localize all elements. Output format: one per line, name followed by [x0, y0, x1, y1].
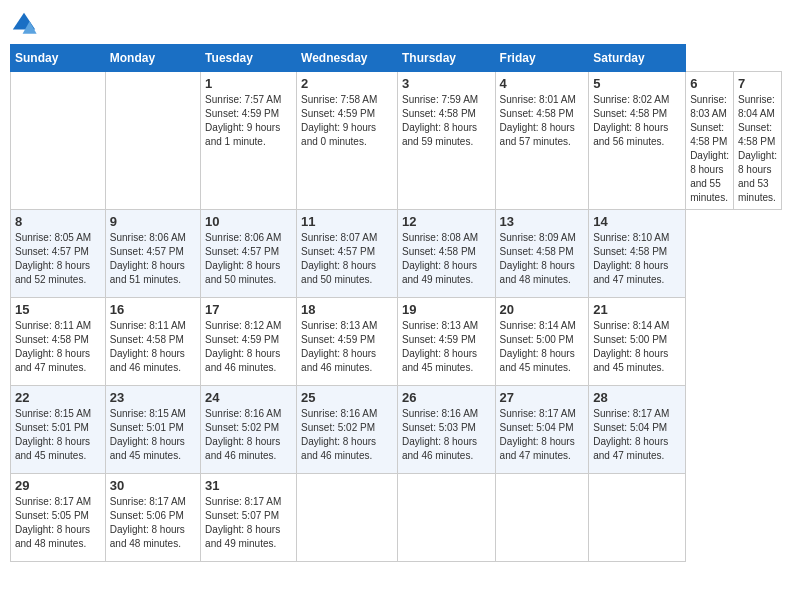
- calendar-day-cell: 10Sunrise: 8:06 AMSunset: 4:57 PMDayligh…: [201, 210, 297, 298]
- day-info: Sunrise: 8:03 AMSunset: 4:58 PMDaylight:…: [690, 93, 729, 205]
- calendar-day-cell: 6Sunrise: 8:03 AMSunset: 4:58 PMDaylight…: [686, 72, 734, 210]
- calendar-table: SundayMondayTuesdayWednesdayThursdayFrid…: [10, 44, 782, 562]
- calendar-day-cell: 5Sunrise: 8:02 AMSunset: 4:58 PMDaylight…: [589, 72, 686, 210]
- day-info: Sunrise: 8:13 AMSunset: 4:59 PMDaylight:…: [301, 319, 393, 375]
- page-header: [10, 10, 782, 38]
- calendar-day-cell: 17Sunrise: 8:12 AMSunset: 4:59 PMDayligh…: [201, 298, 297, 386]
- day-number: 5: [593, 76, 681, 91]
- day-of-week-header: Wednesday: [297, 45, 398, 72]
- day-of-week-header: Thursday: [398, 45, 496, 72]
- calendar-week-row: 22Sunrise: 8:15 AMSunset: 5:01 PMDayligh…: [11, 386, 782, 474]
- calendar-day-cell: 30Sunrise: 8:17 AMSunset: 5:06 PMDayligh…: [105, 474, 200, 562]
- day-info: Sunrise: 8:08 AMSunset: 4:58 PMDaylight:…: [402, 231, 491, 287]
- day-info: Sunrise: 8:04 AMSunset: 4:58 PMDaylight:…: [738, 93, 777, 205]
- day-number: 4: [500, 76, 585, 91]
- day-of-week-header: Tuesday: [201, 45, 297, 72]
- calendar-day-cell: 27Sunrise: 8:17 AMSunset: 5:04 PMDayligh…: [495, 386, 589, 474]
- calendar-day-cell: 31Sunrise: 8:17 AMSunset: 5:07 PMDayligh…: [201, 474, 297, 562]
- calendar-day-cell: 28Sunrise: 8:17 AMSunset: 5:04 PMDayligh…: [589, 386, 686, 474]
- day-info: Sunrise: 8:17 AMSunset: 5:07 PMDaylight:…: [205, 495, 292, 551]
- day-info: Sunrise: 8:06 AMSunset: 4:57 PMDaylight:…: [205, 231, 292, 287]
- day-number: 26: [402, 390, 491, 405]
- day-info: Sunrise: 8:15 AMSunset: 5:01 PMDaylight:…: [15, 407, 101, 463]
- calendar-day-cell: 1Sunrise: 7:57 AMSunset: 4:59 PMDaylight…: [201, 72, 297, 210]
- day-info: Sunrise: 8:12 AMSunset: 4:59 PMDaylight:…: [205, 319, 292, 375]
- calendar-day-cell: 13Sunrise: 8:09 AMSunset: 4:58 PMDayligh…: [495, 210, 589, 298]
- calendar-week-row: 1Sunrise: 7:57 AMSunset: 4:59 PMDaylight…: [11, 72, 782, 210]
- calendar-day-cell: [589, 474, 686, 562]
- calendar-day-cell: 19Sunrise: 8:13 AMSunset: 4:59 PMDayligh…: [398, 298, 496, 386]
- calendar-day-cell: 15Sunrise: 8:11 AMSunset: 4:58 PMDayligh…: [11, 298, 106, 386]
- calendar-day-cell: 4Sunrise: 8:01 AMSunset: 4:58 PMDaylight…: [495, 72, 589, 210]
- calendar-day-cell: 22Sunrise: 8:15 AMSunset: 5:01 PMDayligh…: [11, 386, 106, 474]
- day-number: 24: [205, 390, 292, 405]
- calendar-day-cell: [105, 72, 200, 210]
- day-number: 23: [110, 390, 196, 405]
- day-number: 9: [110, 214, 196, 229]
- day-info: Sunrise: 8:06 AMSunset: 4:57 PMDaylight:…: [110, 231, 196, 287]
- calendar-day-cell: 21Sunrise: 8:14 AMSunset: 5:00 PMDayligh…: [589, 298, 686, 386]
- day-number: 1: [205, 76, 292, 91]
- day-number: 21: [593, 302, 681, 317]
- day-number: 16: [110, 302, 196, 317]
- day-number: 28: [593, 390, 681, 405]
- calendar-day-cell: [297, 474, 398, 562]
- day-info: Sunrise: 8:17 AMSunset: 5:06 PMDaylight:…: [110, 495, 196, 551]
- day-info: Sunrise: 7:59 AMSunset: 4:58 PMDaylight:…: [402, 93, 491, 149]
- day-number: 6: [690, 76, 729, 91]
- day-number: 10: [205, 214, 292, 229]
- calendar-day-cell: 2Sunrise: 7:58 AMSunset: 4:59 PMDaylight…: [297, 72, 398, 210]
- day-number: 7: [738, 76, 777, 91]
- day-info: Sunrise: 8:17 AMSunset: 5:05 PMDaylight:…: [15, 495, 101, 551]
- calendar-week-row: 15Sunrise: 8:11 AMSunset: 4:58 PMDayligh…: [11, 298, 782, 386]
- day-number: 29: [15, 478, 101, 493]
- calendar-day-cell: 23Sunrise: 8:15 AMSunset: 5:01 PMDayligh…: [105, 386, 200, 474]
- calendar-week-row: 29Sunrise: 8:17 AMSunset: 5:05 PMDayligh…: [11, 474, 782, 562]
- day-info: Sunrise: 7:58 AMSunset: 4:59 PMDaylight:…: [301, 93, 393, 149]
- calendar-day-cell: 7Sunrise: 8:04 AMSunset: 4:58 PMDaylight…: [734, 72, 782, 210]
- day-number: 27: [500, 390, 585, 405]
- day-info: Sunrise: 8:07 AMSunset: 4:57 PMDaylight:…: [301, 231, 393, 287]
- day-number: 12: [402, 214, 491, 229]
- day-info: Sunrise: 8:16 AMSunset: 5:02 PMDaylight:…: [301, 407, 393, 463]
- calendar-day-cell: 20Sunrise: 8:14 AMSunset: 5:00 PMDayligh…: [495, 298, 589, 386]
- day-number: 20: [500, 302, 585, 317]
- day-number: 11: [301, 214, 393, 229]
- day-of-week-header: Monday: [105, 45, 200, 72]
- day-number: 3: [402, 76, 491, 91]
- calendar-week-row: 8Sunrise: 8:05 AMSunset: 4:57 PMDaylight…: [11, 210, 782, 298]
- day-number: 30: [110, 478, 196, 493]
- day-info: Sunrise: 8:13 AMSunset: 4:59 PMDaylight:…: [402, 319, 491, 375]
- calendar-day-cell: 18Sunrise: 8:13 AMSunset: 4:59 PMDayligh…: [297, 298, 398, 386]
- day-number: 19: [402, 302, 491, 317]
- day-number: 14: [593, 214, 681, 229]
- day-info: Sunrise: 8:14 AMSunset: 5:00 PMDaylight:…: [593, 319, 681, 375]
- calendar-day-cell: [11, 72, 106, 210]
- calendar-day-cell: 12Sunrise: 8:08 AMSunset: 4:58 PMDayligh…: [398, 210, 496, 298]
- day-number: 22: [15, 390, 101, 405]
- day-info: Sunrise: 8:11 AMSunset: 4:58 PMDaylight:…: [110, 319, 196, 375]
- day-info: Sunrise: 8:09 AMSunset: 4:58 PMDaylight:…: [500, 231, 585, 287]
- calendar-day-cell: 26Sunrise: 8:16 AMSunset: 5:03 PMDayligh…: [398, 386, 496, 474]
- calendar-day-cell: 3Sunrise: 7:59 AMSunset: 4:58 PMDaylight…: [398, 72, 496, 210]
- calendar-day-cell: 9Sunrise: 8:06 AMSunset: 4:57 PMDaylight…: [105, 210, 200, 298]
- calendar-day-cell: 14Sunrise: 8:10 AMSunset: 4:58 PMDayligh…: [589, 210, 686, 298]
- calendar-day-cell: 11Sunrise: 8:07 AMSunset: 4:57 PMDayligh…: [297, 210, 398, 298]
- day-info: Sunrise: 8:16 AMSunset: 5:02 PMDaylight:…: [205, 407, 292, 463]
- calendar-day-cell: 25Sunrise: 8:16 AMSunset: 5:02 PMDayligh…: [297, 386, 398, 474]
- day-number: 17: [205, 302, 292, 317]
- day-info: Sunrise: 8:15 AMSunset: 5:01 PMDaylight:…: [110, 407, 196, 463]
- day-info: Sunrise: 8:17 AMSunset: 5:04 PMDaylight:…: [593, 407, 681, 463]
- day-info: Sunrise: 8:02 AMSunset: 4:58 PMDaylight:…: [593, 93, 681, 149]
- day-number: 25: [301, 390, 393, 405]
- day-info: Sunrise: 7:57 AMSunset: 4:59 PMDaylight:…: [205, 93, 292, 149]
- day-of-week-header: Saturday: [589, 45, 686, 72]
- day-number: 8: [15, 214, 101, 229]
- day-info: Sunrise: 8:16 AMSunset: 5:03 PMDaylight:…: [402, 407, 491, 463]
- day-of-week-header: Sunday: [11, 45, 106, 72]
- day-info: Sunrise: 8:01 AMSunset: 4:58 PMDaylight:…: [500, 93, 585, 149]
- calendar-day-cell: 8Sunrise: 8:05 AMSunset: 4:57 PMDaylight…: [11, 210, 106, 298]
- day-number: 31: [205, 478, 292, 493]
- day-number: 13: [500, 214, 585, 229]
- day-info: Sunrise: 8:10 AMSunset: 4:58 PMDaylight:…: [593, 231, 681, 287]
